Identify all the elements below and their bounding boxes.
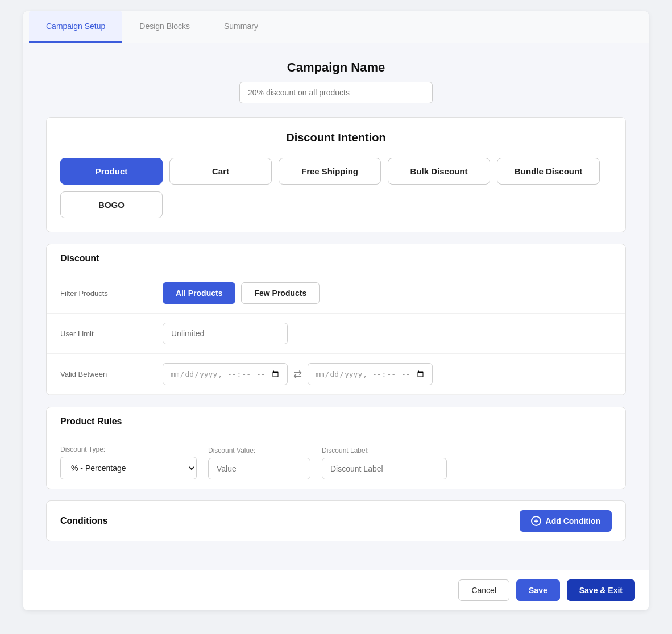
conditions-card: Conditions + Add Condition <box>46 500 626 541</box>
filter-products-row: Filter Products All Products Few Product… <box>47 273 625 314</box>
discount-section-card: Discount Filter Products All Products Fe… <box>46 244 626 395</box>
intention-btn-free-shipping[interactable]: Free Shipping <box>279 158 381 185</box>
intention-btn-product[interactable]: Product <box>60 158 163 185</box>
campaign-name-input[interactable] <box>239 82 433 103</box>
filter-products-label: Filter Products <box>60 289 163 298</box>
discount-label-label: Discount Label: <box>322 447 447 454</box>
filter-few-products-btn[interactable]: Few Products <box>241 282 320 304</box>
valid-between-label: Valid Between <box>60 370 163 378</box>
conditions-title: Conditions <box>60 516 108 526</box>
valid-to-date-input[interactable] <box>308 363 433 385</box>
conditions-header: Conditions + Add Condition <box>47 501 625 541</box>
campaign-name-section: Campaign Name <box>46 60 626 103</box>
date-group: ⇄ <box>163 363 433 385</box>
tab-summary[interactable]: Summary <box>207 11 275 43</box>
arrows-icon: ⇄ <box>293 368 302 381</box>
tab-campaign-setup[interactable]: Campaign Setup <box>29 11 122 43</box>
add-condition-button[interactable]: + Add Condition <box>520 510 612 532</box>
save-button[interactable]: Save <box>516 579 560 601</box>
footer: Cancel Save Save & Exit <box>23 570 649 610</box>
discount-label-input[interactable] <box>322 458 447 479</box>
discount-intention-title: Discount Intention <box>60 131 612 144</box>
save-exit-button[interactable]: Save & Exit <box>567 579 635 601</box>
intention-btn-bogo[interactable]: BOGO <box>60 191 163 218</box>
valid-from-date-input[interactable] <box>163 363 288 385</box>
product-rules-title: Product Rules <box>47 407 625 436</box>
user-limit-controls <box>163 323 612 344</box>
discount-value-input[interactable] <box>208 458 310 479</box>
main-container: Campaign Setup Design Blocks Summary Cam… <box>23 11 649 610</box>
filter-all-products-btn[interactable]: All Products <box>163 282 235 304</box>
valid-between-row: Valid Between ⇄ <box>47 354 625 395</box>
content-area: Campaign Name Discount Intention Product… <box>23 43 649 570</box>
product-rules-row: Discount Type: % - Percentage $ - Fixed … <box>47 436 625 489</box>
discount-type-group: Discount Type: % - Percentage $ - Fixed … <box>60 445 197 479</box>
intention-btn-cart[interactable]: Cart <box>169 158 272 185</box>
tabs-bar: Campaign Setup Design Blocks Summary <box>23 11 649 43</box>
user-limit-label: User Limit <box>60 329 163 338</box>
valid-between-controls: ⇄ <box>163 363 612 385</box>
add-condition-label: Add Condition <box>546 516 600 525</box>
discount-label-group: Discount Label: <box>322 447 447 479</box>
discount-value-group: Discount Value: <box>208 447 310 479</box>
intention-buttons-grid: Product Cart Free Shipping Bulk Discount… <box>60 158 612 218</box>
discount-section-title: Discount <box>47 244 625 273</box>
plus-circle-icon: + <box>531 516 541 526</box>
user-limit-input[interactable] <box>163 323 288 344</box>
discount-type-label: Discount Type: <box>60 445 197 453</box>
cancel-button[interactable]: Cancel <box>458 579 509 601</box>
tab-design-blocks[interactable]: Design Blocks <box>122 11 207 43</box>
campaign-name-title: Campaign Name <box>46 60 626 75</box>
filter-products-controls: All Products Few Products <box>163 282 612 304</box>
intention-btn-bundle-discount[interactable]: Bundle Discount <box>497 158 600 185</box>
discount-value-label: Discount Value: <box>208 447 310 454</box>
intention-btn-bulk-discount[interactable]: Bulk Discount <box>388 158 490 185</box>
discount-intention-card: Discount Intention Product Cart Free Shi… <box>46 117 626 232</box>
product-rules-card: Product Rules Discount Type: % - Percent… <box>46 407 626 489</box>
discount-type-select[interactable]: % - Percentage $ - Fixed Amount <box>60 457 197 479</box>
user-limit-row: User Limit <box>47 314 625 354</box>
